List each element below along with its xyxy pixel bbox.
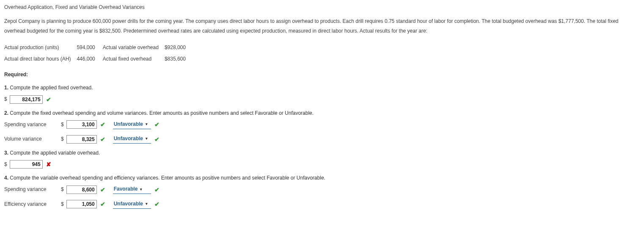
- question-2-text: Compute the fixed overhead spending and …: [8, 110, 314, 116]
- check-icon: ✔: [154, 185, 160, 194]
- dollar-sign: $: [4, 161, 7, 169]
- actual-production-label: Actual production (units): [4, 42, 77, 53]
- answer-3-row: $ ✘: [4, 160, 640, 169]
- actual-variable-overhead-value: $928,000: [165, 42, 193, 53]
- table-row: Actual production (units) 594,000 Actual…: [4, 42, 193, 53]
- required-heading: Required:: [4, 71, 640, 79]
- check-icon: ✔: [46, 95, 51, 104]
- question-3-number: 3.: [4, 150, 8, 156]
- actual-variable-overhead-label: Actual variable overhead: [103, 42, 165, 53]
- question-4-number: 4.: [4, 175, 8, 181]
- spending-variance-select-value: Unfavorable: [114, 120, 143, 128]
- chevron-down-icon: ▾: [146, 201, 148, 207]
- check-icon: ✔: [154, 199, 160, 209]
- dollar-sign: $: [4, 95, 7, 103]
- spending-variance-4-label: Spending variance: [4, 185, 58, 194]
- applied-variable-overhead-input[interactable]: [10, 160, 43, 169]
- actual-dlh-label: Actual direct labor hours (AH): [4, 53, 77, 65]
- question-4-text: Compute the variable overhead spending a…: [8, 175, 325, 181]
- dollar-sign: $: [61, 200, 64, 208]
- dollar-sign: $: [61, 121, 64, 129]
- efficiency-variance-select-value: Unfavorable: [114, 200, 143, 208]
- applied-fixed-overhead-input[interactable]: [10, 95, 43, 104]
- spending-variance-row: Spending variance $ ✔ Unfavorable ▾ ✔: [4, 120, 640, 129]
- actuals-table: Actual production (units) 594,000 Actual…: [4, 42, 193, 65]
- spending-variance-select[interactable]: Unfavorable ▾: [113, 120, 151, 129]
- question-3: 3. Compute the applied variable overhead…: [4, 149, 640, 157]
- actual-fixed-overhead-value: $835,600: [165, 53, 193, 65]
- spending-variance-4-select[interactable]: Favorable ▾: [113, 185, 151, 194]
- table-row: Actual direct labor hours (AH) 446,000 A…: [4, 53, 193, 65]
- dollar-sign: $: [61, 185, 64, 194]
- volume-variance-select[interactable]: Unfavorable ▾: [113, 135, 151, 144]
- spending-variance-4-row: Spending variance $ ✔ Favorable ▾ ✔: [4, 185, 640, 194]
- actual-fixed-overhead-label: Actual fixed overhead: [103, 53, 165, 65]
- efficiency-variance-input[interactable]: [66, 200, 97, 208]
- efficiency-variance-row: Efficiency variance $ ✔ Unfavorable ▾ ✔: [4, 199, 640, 209]
- volume-variance-select-value: Unfavorable: [114, 135, 143, 143]
- question-1: 1. Compute the applied fixed overhead.: [4, 84, 640, 92]
- check-icon: ✔: [154, 120, 160, 129]
- spending-variance-input[interactable]: [66, 120, 97, 129]
- chevron-down-icon: ▾: [146, 136, 148, 141]
- question-4: 4. Compute the variable overhead spendin…: [4, 174, 640, 182]
- volume-variance-input[interactable]: [66, 135, 97, 144]
- question-2-number: 2.: [4, 110, 8, 116]
- question-1-text: Compute the applied fixed overhead.: [8, 85, 93, 91]
- intro-text: Zepol Company is planning to produce 600…: [4, 17, 640, 36]
- volume-variance-label: Volume variance: [4, 135, 58, 143]
- answer-1-row: $ ✔: [4, 95, 640, 104]
- page-title: Overhead Application, Fixed and Variable…: [4, 3, 640, 11]
- question-3-text: Compute the applied variable overhead.: [8, 150, 100, 156]
- actual-dlh-value: 446,000: [77, 53, 102, 65]
- spending-variance-4-input[interactable]: [66, 185, 97, 194]
- check-icon: ✔: [100, 185, 105, 194]
- check-icon: ✔: [100, 135, 105, 144]
- question-2: 2. Compute the fixed overhead spending a…: [4, 109, 640, 117]
- spending-variance-4-select-value: Favorable: [114, 185, 138, 193]
- check-icon: ✔: [154, 135, 160, 144]
- check-icon: ✔: [100, 120, 105, 129]
- efficiency-variance-label: Efficiency variance: [4, 200, 58, 208]
- check-icon: ✔: [100, 199, 105, 209]
- chevron-down-icon: ▾: [140, 186, 142, 192]
- cross-icon: ✘: [46, 160, 51, 169]
- actual-production-value: 594,000: [77, 42, 102, 53]
- efficiency-variance-select[interactable]: Unfavorable ▾: [113, 200, 151, 209]
- dollar-sign: $: [61, 135, 64, 143]
- spending-variance-label: Spending variance: [4, 121, 58, 129]
- chevron-down-icon: ▾: [146, 121, 148, 127]
- volume-variance-row: Volume variance $ ✔ Unfavorable ▾ ✔: [4, 135, 640, 144]
- question-1-number: 1.: [4, 85, 8, 91]
